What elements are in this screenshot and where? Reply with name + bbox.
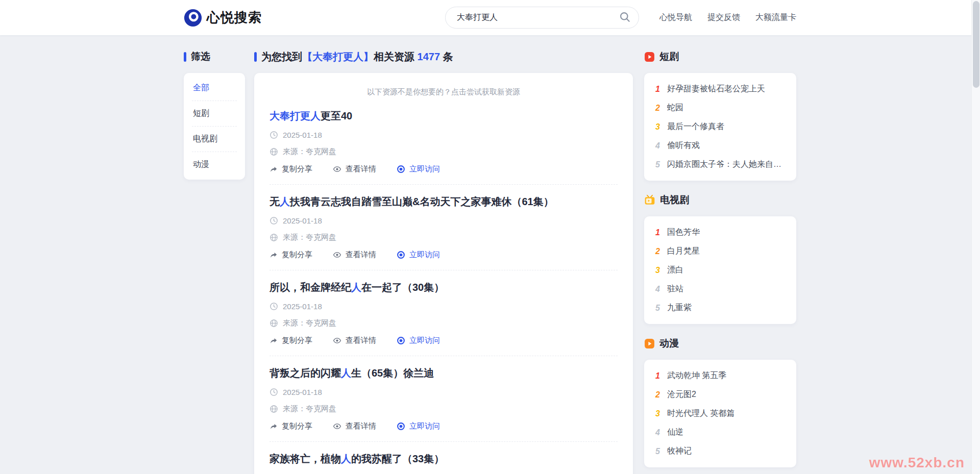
result-item: 背叛之后的闪耀人生（65集）徐兰迪 2025-01-18	[270, 356, 618, 442]
result-item: 家族将亡，植物人的我苏醒了（33集） 2025-01-18	[270, 442, 618, 474]
visit-icon	[397, 165, 405, 173]
result-item: 大奉打更人更至40 2025-01-18	[270, 99, 618, 185]
result-title[interactable]: 所以，和金牌经纪人在一起了（30集）	[270, 281, 618, 294]
logo[interactable]: 心悦搜索	[184, 0, 262, 35]
search-input[interactable]	[457, 13, 616, 22]
rank-item-title: 牧神记	[667, 446, 692, 457]
filter-heading: 筛选	[184, 51, 245, 63]
rank-item[interactable]: 3 时光代理人 英都篇	[654, 404, 786, 423]
nav-link[interactable]: 大额流量卡	[755, 12, 796, 23]
copy-share-button[interactable]: 复制分享	[270, 164, 312, 174]
rank-number: 1	[654, 371, 661, 381]
result-item: 无人扶我青云志我自踏雪至山巅&名动天下之家事难休（61集） 2025-01-18	[270, 185, 618, 270]
result-actions: 复制分享 查看详情	[270, 336, 618, 356]
rank-item[interactable]: 2 蛇园	[654, 98, 786, 117]
view-detail-button[interactable]: 查看详情	[333, 336, 376, 345]
result-actions: 复制分享 查看详情	[270, 164, 618, 185]
filter-item[interactable]: 全部	[192, 76, 237, 101]
rank-item-title: 九重紫	[667, 303, 692, 313]
scrollbar[interactable]	[971, 0, 980, 474]
result-date: 2025-01-18	[270, 216, 618, 225]
result-date: 2025-01-18	[270, 388, 618, 396]
filter-card: 全部短剧电视剧动漫	[184, 73, 245, 180]
globe-icon	[270, 405, 278, 413]
rank-item-title: 驻站	[667, 284, 683, 294]
copy-share-button[interactable]: 复制分享	[270, 336, 312, 345]
share-icon	[270, 251, 278, 259]
copy-share-button[interactable]: 复制分享	[270, 250, 312, 260]
rank-item[interactable]: 5 牧神记	[654, 442, 786, 461]
result-title[interactable]: 大奉打更人更至40	[270, 109, 618, 122]
rank-heading: 短剧	[644, 51, 796, 63]
highlighted-keyword: 人	[341, 367, 351, 379]
watermark: www.52xb.cn	[869, 455, 965, 471]
rank-item[interactable]: 1 国色芳华	[654, 223, 786, 242]
visit-button[interactable]: 立即访问	[397, 336, 440, 345]
rank-item[interactable]: 5 闪婚京圈太子爷：夫人她来自农村	[654, 155, 786, 174]
rank-item[interactable]: 5 九重紫	[654, 298, 786, 317]
rank-item[interactable]: 2 沧元图2	[654, 385, 786, 404]
clock-icon	[270, 216, 278, 225]
filter-item[interactable]: 动漫	[192, 152, 237, 177]
copy-share-button[interactable]: 复制分享	[270, 421, 312, 431]
globe-icon	[270, 147, 278, 156]
logo-icon	[184, 9, 202, 27]
view-detail-button[interactable]: 查看详情	[333, 421, 376, 431]
header: 心悦搜索 心悦导航提交反馈大额流量卡	[0, 0, 980, 35]
rank-number: 3	[654, 409, 661, 418]
rank-item-title: 国色芳华	[667, 227, 700, 238]
nav-link[interactable]: 提交反馈	[707, 12, 740, 23]
result-title[interactable]: 无人扶我青云志我自踏雪至山巅&名动天下之家事难休（61集）	[270, 195, 618, 208]
visit-button[interactable]: 立即访问	[397, 164, 440, 174]
rank-item-title: 仙逆	[667, 427, 683, 438]
filter-title: 筛选	[191, 50, 210, 63]
share-icon	[270, 337, 278, 345]
rank-item-title: 白月梵星	[667, 246, 700, 257]
filter-item[interactable]: 短剧	[192, 101, 237, 127]
eye-icon	[333, 251, 341, 259]
rank-item[interactable]: 1 好孕甜妻被钻石老公宠上天	[654, 80, 786, 98]
rank-number: 2	[654, 390, 661, 400]
rank-card: 1 武动乾坤 第五季 2 沧元图2 3 时光代理人 英都篇 4 仙逆 5 牧神记	[644, 360, 796, 467]
visit-button[interactable]: 立即访问	[397, 421, 440, 431]
rank-item[interactable]: 1 武动乾坤 第五季	[654, 366, 786, 385]
rank-item[interactable]: 4 仙逆	[654, 423, 786, 442]
rank-item[interactable]: 2 白月梵星	[654, 242, 786, 261]
rank-item-title: 漂白	[667, 265, 683, 276]
visit-icon	[397, 251, 405, 259]
result-date: 2025-01-18	[270, 131, 618, 139]
rank-number: 3	[654, 266, 661, 275]
rank-item[interactable]: 4 驻站	[654, 280, 786, 298]
rank-section-tv-series: 电视剧 1 国色芳华 2 白月梵星 3 漂白 4 驻站 5 九重紫	[644, 194, 796, 324]
globe-icon	[270, 233, 278, 242]
results-card: 以下资源不是你想要的？点击尝试获取新资源 大奉打更人更至40 2025-01-1…	[254, 73, 633, 474]
rank-card: 1 好孕甜妻被钻石老公宠上天 2 蛇园 3 最后一个修真者 4 偷听有戏 5 闪…	[644, 73, 796, 181]
share-icon	[270, 422, 278, 431]
scrollbar-thumb[interactable]	[973, 1, 979, 88]
rank-item[interactable]: 3 漂白	[654, 261, 786, 280]
search-icon	[619, 11, 631, 24]
result-item: 所以，和金牌经纪人在一起了（30集） 2025-01-18	[270, 270, 618, 356]
result-source: 来源：夸克网盘	[270, 233, 618, 242]
result-title[interactable]: 家族将亡，植物人的我苏醒了（33集）	[270, 452, 618, 465]
highlighted-keyword: 大奉打更人	[270, 110, 321, 121]
rank-item[interactable]: 4 偷听有戏	[654, 136, 786, 155]
rank-item-title: 沧元图2	[667, 389, 696, 400]
result-title[interactable]: 背叛之后的闪耀人生（65集）徐兰迪	[270, 366, 618, 380]
view-detail-button[interactable]: 查看详情	[333, 250, 376, 260]
rank-number: 1	[654, 85, 661, 94]
clock-icon	[270, 131, 278, 139]
rank-heading: 动漫	[644, 337, 796, 350]
view-detail-button[interactable]: 查看详情	[333, 164, 376, 174]
eye-icon	[333, 336, 341, 345]
rank-item[interactable]: 3 最后一个修真者	[654, 117, 786, 136]
search-button[interactable]	[616, 9, 633, 27]
refresh-notice[interactable]: 以下资源不是你想要的？点击尝试获取新资源	[270, 82, 618, 99]
rank-item-title: 武动乾坤 第五季	[667, 370, 726, 381]
rank-number: 2	[654, 247, 661, 256]
filter-item[interactable]: 电视剧	[192, 127, 237, 152]
ranking-sidebar: 短剧 1 好孕甜妻被钻石老公宠上天 2 蛇园 3 最后一个修真者 4 偷听有戏 …	[644, 51, 796, 474]
nav-link[interactable]: 心悦导航	[659, 12, 692, 23]
result-source: 来源：夸克网盘	[270, 404, 618, 414]
visit-button[interactable]: 立即访问	[397, 250, 440, 260]
